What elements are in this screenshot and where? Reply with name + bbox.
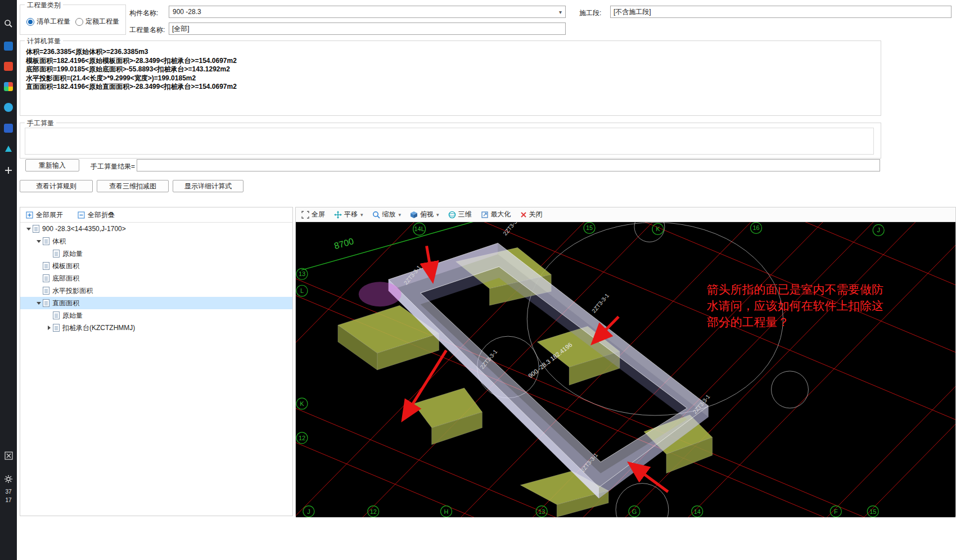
close-button[interactable]: 关闭	[520, 210, 543, 219]
collapse-all-button[interactable]: 全部折叠	[78, 210, 115, 220]
top-view-button[interactable]: 俯视▾	[410, 210, 439, 219]
component-name-select[interactable]: 900 -28.3 ▾	[169, 6, 566, 18]
3d-scene[interactable]: 8700	[296, 222, 955, 517]
chevron-down-icon: ▾	[436, 212, 439, 218]
quantity-category-title: 工程量类别	[25, 1, 63, 10]
zoom-button[interactable]: 缩放▾	[372, 210, 402, 219]
component-name-value: 900 -28.3	[173, 8, 201, 16]
svg-text:13: 13	[538, 508, 545, 515]
manual-calc-title: 手工算量	[25, 119, 56, 128]
tree-node-label: 底部面积	[52, 274, 79, 283]
collapse-all-label: 全部折叠	[88, 210, 115, 220]
taskbar-search-icon[interactable]	[3, 18, 14, 29]
tree-node-projection-area[interactable]: 水平投影面积	[20, 284, 292, 297]
svg-text:H: H	[444, 508, 449, 515]
quantity-tree-panel: 全部展开 全部折叠 900 -28.3<14-4350,J-1700> 体积 原…	[20, 207, 293, 516]
tree-node-volume[interactable]: 体积	[20, 235, 292, 247]
expander-closed-icon[interactable]	[48, 326, 51, 330]
three-d-button[interactable]: 三维	[448, 210, 472, 219]
expand-all-button[interactable]: 全部展开	[26, 210, 63, 220]
quantity-name-label: 工程量名称:	[129, 25, 165, 35]
quantity-category-group: 工程量类别 清单工程量 定额工程量	[20, 4, 126, 35]
viewer-toolbar: 全屏 平移▾ 缩放▾ 俯视▾ 三维 最大化	[296, 207, 955, 222]
tree-node-pile-cap-deduction[interactable]: 扣桩承台(KZCTZHMMJ)	[20, 322, 292, 334]
expand-all-label: 全部展开	[36, 210, 63, 220]
manual-calc-textarea[interactable]	[25, 128, 874, 155]
svg-text:K: K	[656, 225, 660, 232]
document-icon	[43, 274, 49, 282]
svg-text:14L: 14L	[414, 225, 424, 232]
maximize-button[interactable]: 最大化	[481, 210, 511, 219]
tree-node-label: 900 -28.3<14-4350,J-1700>	[42, 225, 126, 233]
svg-text:12: 12	[370, 508, 377, 515]
tree-node-original-volume[interactable]: 原始量	[20, 247, 292, 260]
svg-text:G: G	[632, 508, 637, 515]
zoom-icon	[372, 211, 380, 219]
chevron-down-icon: ▾	[399, 212, 402, 218]
pan-icon	[334, 211, 342, 219]
taskbar-badge-bottom: 17	[0, 497, 17, 503]
manual-calc-group: 手工算量	[20, 123, 881, 159]
expander-open-icon[interactable]	[26, 228, 31, 231]
view-calc-rules-button[interactable]: 查看计算规则	[20, 180, 93, 192]
pan-button[interactable]: 平移▾	[334, 210, 363, 219]
collapse-all-icon	[78, 211, 85, 219]
expander-open-icon[interactable]	[37, 302, 41, 305]
taskbar-app-icon-3[interactable]	[3, 81, 14, 92]
radio-quota-quantity[interactable]: 定额工程量	[75, 17, 119, 26]
show-detailed-formula-button[interactable]: 显示详细计算式	[173, 180, 243, 192]
svg-text:K: K	[300, 400, 304, 407]
tree-node-label: 原始量	[62, 249, 83, 259]
top-view-label: 俯视	[420, 210, 434, 219]
zoom-label: 缩放	[382, 210, 396, 219]
tree-node-bottom-area[interactable]: 底部面积	[20, 272, 292, 284]
tree-toolbar: 全部展开 全部折叠	[20, 207, 292, 223]
taskbar-add-icon[interactable]	[3, 165, 14, 176]
settings-gear-icon[interactable]	[3, 473, 14, 485]
document-icon	[43, 237, 49, 245]
document-icon	[43, 287, 49, 295]
chevron-down-icon: ▾	[360, 212, 363, 218]
document-icon	[53, 250, 60, 258]
svg-text:16: 16	[753, 224, 760, 231]
radio-quota-label: 定额工程量	[85, 17, 119, 26]
fullscreen-label: 全屏	[312, 210, 325, 219]
quantity-name-input[interactable]	[169, 22, 566, 35]
maximize-icon	[481, 211, 489, 219]
highlight-blob	[359, 282, 402, 306]
taskbar-app-icon-6[interactable]	[3, 143, 14, 155]
taskbar-app-icon-5[interactable]	[3, 123, 14, 134]
maximize-label: 最大化	[491, 210, 511, 219]
taskbar-app-icon-1[interactable]	[3, 40, 14, 52]
os-taskbar: 37 17	[0, 0, 17, 560]
calc-line-projection: 水平投影面积=(21.4<长度>*9.2999<宽度>)=199.0185m2	[26, 74, 875, 83]
tree-node-vertical-area-selected[interactable]: 直面面积	[20, 297, 292, 309]
view-3d-deduction-button[interactable]: 查看三维扣减图	[97, 180, 169, 192]
fullscreen-button[interactable]: 全屏	[301, 210, 325, 219]
manual-result-input[interactable]	[137, 159, 880, 171]
tree-node-formwork-area[interactable]: 模板面积	[20, 260, 292, 272]
component-name-label: 构件名称:	[129, 8, 158, 18]
section-label: 施工段:	[579, 8, 601, 18]
radio-list-quantity[interactable]: 清单工程量	[26, 17, 70, 26]
tree-node-label: 原始量	[62, 311, 83, 320]
tree-node-label: 体积	[52, 237, 66, 246]
tree-body: 900 -28.3<14-4350,J-1700> 体积 原始量 模板面积 底部…	[20, 223, 292, 516]
svg-text:L: L	[300, 287, 304, 294]
section-input[interactable]	[610, 6, 952, 18]
expander-open-icon[interactable]	[37, 240, 41, 243]
tree-node-root[interactable]: 900 -28.3<14-4350,J-1700>	[20, 223, 292, 235]
taskbar-app-icon-2[interactable]	[3, 61, 14, 72]
expand-all-icon	[26, 211, 33, 219]
3d-viewport[interactable]: 8700	[296, 222, 955, 517]
reenter-button[interactable]: 重新输入	[25, 159, 79, 171]
tree-node-original-vertical[interactable]: 原始量	[20, 309, 292, 322]
taskbar-app-icon-4[interactable]	[3, 102, 14, 113]
taskbar-close-box-icon[interactable]	[3, 450, 14, 461]
document-icon	[43, 299, 49, 307]
svg-text:13: 13	[299, 270, 305, 277]
taskbar-badge-top: 37	[0, 489, 17, 495]
svg-text:14: 14	[694, 508, 701, 515]
svg-text:J: J	[307, 508, 310, 515]
top-view-icon	[410, 211, 418, 219]
